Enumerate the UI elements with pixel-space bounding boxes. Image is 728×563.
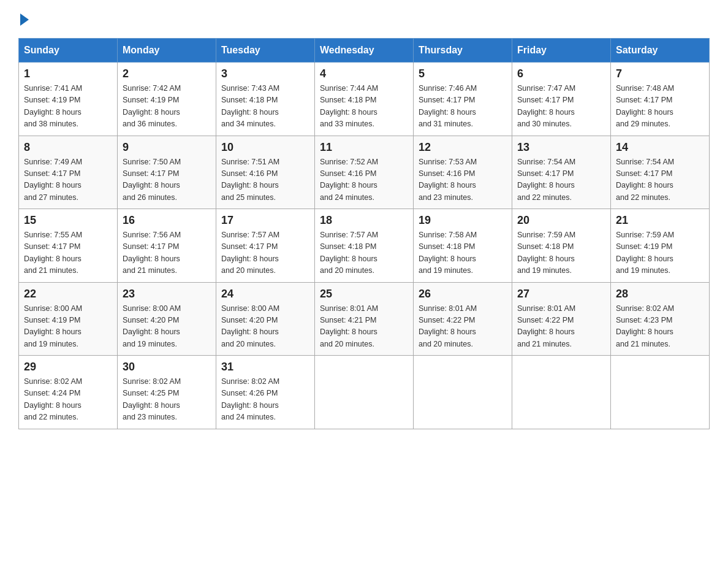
- day-number: 2: [123, 67, 211, 80]
- calendar-cell: 24 Sunrise: 8:00 AMSunset: 4:20 PMDaylig…: [216, 282, 315, 356]
- day-number: 16: [123, 214, 211, 227]
- calendar-cell: 16 Sunrise: 7:56 AMSunset: 4:17 PMDaylig…: [118, 209, 216, 283]
- calendar-cell: 23 Sunrise: 8:00 AMSunset: 4:20 PMDaylig…: [118, 282, 216, 356]
- day-info: Sunrise: 7:49 AMSunset: 4:17 PMDaylight:…: [24, 158, 82, 202]
- day-number: 24: [221, 288, 309, 301]
- day-number: 3: [221, 67, 309, 80]
- page-header: [18, 12, 710, 26]
- day-info: Sunrise: 7:59 AMSunset: 4:19 PMDaylight:…: [616, 231, 674, 275]
- day-number: 15: [24, 214, 112, 227]
- weekday-header-row: SundayMondayTuesdayWednesdayThursdayFrid…: [19, 39, 710, 63]
- day-info: Sunrise: 8:01 AMSunset: 4:22 PMDaylight:…: [419, 304, 477, 348]
- day-info: Sunrise: 7:56 AMSunset: 4:17 PMDaylight:…: [123, 231, 181, 275]
- day-info: Sunrise: 7:44 AMSunset: 4:18 PMDaylight:…: [320, 84, 378, 128]
- day-number: 9: [123, 141, 211, 154]
- day-number: 4: [320, 67, 408, 80]
- calendar-cell: 28 Sunrise: 8:02 AMSunset: 4:23 PMDaylig…: [611, 282, 710, 356]
- day-number: 18: [320, 214, 408, 227]
- day-number: 27: [517, 288, 605, 301]
- day-number: 29: [24, 361, 112, 373]
- calendar-cell: 26 Sunrise: 8:01 AMSunset: 4:22 PMDaylig…: [414, 282, 512, 356]
- day-number: 20: [517, 214, 605, 227]
- calendar-cell: 21 Sunrise: 7:59 AMSunset: 4:19 PMDaylig…: [611, 209, 710, 283]
- calendar-cell: 2 Sunrise: 7:42 AMSunset: 4:19 PMDayligh…: [118, 63, 216, 136]
- day-info: Sunrise: 8:02 AMSunset: 4:25 PMDaylight:…: [123, 377, 181, 421]
- day-number: 11: [320, 141, 408, 154]
- calendar-cell: 25 Sunrise: 8:01 AMSunset: 4:21 PMDaylig…: [315, 282, 414, 356]
- calendar-week-row: 8 Sunrise: 7:49 AMSunset: 4:17 PMDayligh…: [19, 136, 710, 209]
- day-number: 21: [616, 214, 704, 227]
- weekday-header-tuesday: Tuesday: [216, 39, 315, 63]
- calendar-cell: 22 Sunrise: 8:00 AMSunset: 4:19 PMDaylig…: [19, 282, 118, 356]
- weekday-header-wednesday: Wednesday: [315, 39, 414, 63]
- day-info: Sunrise: 8:02 AMSunset: 4:26 PMDaylight:…: [221, 377, 279, 421]
- day-number: 28: [616, 288, 704, 301]
- day-info: Sunrise: 7:43 AMSunset: 4:18 PMDaylight:…: [221, 84, 279, 128]
- calendar-cell: 17 Sunrise: 7:57 AMSunset: 4:17 PMDaylig…: [216, 209, 315, 283]
- day-number: 8: [24, 141, 112, 154]
- day-info: Sunrise: 8:02 AMSunset: 4:24 PMDaylight:…: [24, 377, 82, 421]
- calendar-week-row: 29 Sunrise: 8:02 AMSunset: 4:24 PMDaylig…: [19, 356, 710, 429]
- day-number: 23: [123, 288, 211, 301]
- day-number: 25: [320, 288, 408, 301]
- calendar-table: SundayMondayTuesdayWednesdayThursdayFrid…: [18, 38, 710, 429]
- day-info: Sunrise: 7:53 AMSunset: 4:16 PMDaylight:…: [419, 158, 477, 202]
- day-number: 7: [616, 67, 704, 80]
- calendar-cell: 29 Sunrise: 8:02 AMSunset: 4:24 PMDaylig…: [19, 356, 118, 429]
- calendar-cell: 18 Sunrise: 7:57 AMSunset: 4:18 PMDaylig…: [315, 209, 414, 283]
- calendar-cell: 12 Sunrise: 7:53 AMSunset: 4:16 PMDaylig…: [414, 136, 512, 209]
- day-number: 5: [419, 67, 507, 80]
- calendar-cell: 30 Sunrise: 8:02 AMSunset: 4:25 PMDaylig…: [118, 356, 216, 429]
- day-number: 19: [419, 214, 507, 227]
- day-info: Sunrise: 7:46 AMSunset: 4:17 PMDaylight:…: [419, 84, 477, 128]
- day-number: 14: [616, 141, 704, 154]
- calendar-cell: [512, 356, 611, 429]
- calendar-cell: [414, 356, 512, 429]
- day-info: Sunrise: 8:02 AMSunset: 4:23 PMDaylight:…: [616, 304, 674, 348]
- calendar-cell: 6 Sunrise: 7:47 AMSunset: 4:17 PMDayligh…: [512, 63, 611, 136]
- calendar-week-row: 22 Sunrise: 8:00 AMSunset: 4:19 PMDaylig…: [19, 282, 710, 356]
- day-info: Sunrise: 7:51 AMSunset: 4:16 PMDaylight:…: [221, 158, 279, 202]
- calendar-cell: 4 Sunrise: 7:44 AMSunset: 4:18 PMDayligh…: [315, 63, 414, 136]
- calendar-cell: 8 Sunrise: 7:49 AMSunset: 4:17 PMDayligh…: [19, 136, 118, 209]
- day-number: 22: [24, 288, 112, 301]
- day-info: Sunrise: 7:48 AMSunset: 4:17 PMDaylight:…: [616, 84, 674, 128]
- day-info: Sunrise: 8:00 AMSunset: 4:20 PMDaylight:…: [123, 304, 181, 348]
- day-number: 26: [419, 288, 507, 301]
- day-info: Sunrise: 7:57 AMSunset: 4:18 PMDaylight:…: [320, 231, 378, 275]
- day-info: Sunrise: 7:55 AMSunset: 4:17 PMDaylight:…: [24, 231, 82, 275]
- day-info: Sunrise: 7:57 AMSunset: 4:17 PMDaylight:…: [221, 231, 279, 275]
- calendar-cell: 27 Sunrise: 8:01 AMSunset: 4:22 PMDaylig…: [512, 282, 611, 356]
- calendar-cell: 15 Sunrise: 7:55 AMSunset: 4:17 PMDaylig…: [19, 209, 118, 283]
- day-info: Sunrise: 7:41 AMSunset: 4:19 PMDaylight:…: [24, 84, 82, 128]
- logo-arrow-icon: [20, 13, 29, 26]
- calendar-cell: 11 Sunrise: 7:52 AMSunset: 4:16 PMDaylig…: [315, 136, 414, 209]
- day-info: Sunrise: 7:59 AMSunset: 4:18 PMDaylight:…: [517, 231, 575, 275]
- calendar-cell: 10 Sunrise: 7:51 AMSunset: 4:16 PMDaylig…: [216, 136, 315, 209]
- day-info: Sunrise: 8:01 AMSunset: 4:21 PMDaylight:…: [320, 304, 378, 348]
- calendar-cell: [611, 356, 710, 429]
- weekday-header-thursday: Thursday: [414, 39, 512, 63]
- logo: [18, 12, 29, 26]
- calendar-week-row: 1 Sunrise: 7:41 AMSunset: 4:19 PMDayligh…: [19, 63, 710, 136]
- day-number: 10: [221, 141, 309, 154]
- day-number: 31: [221, 361, 309, 373]
- calendar-cell: 3 Sunrise: 7:43 AMSunset: 4:18 PMDayligh…: [216, 63, 315, 136]
- weekday-header-friday: Friday: [512, 39, 611, 63]
- calendar-cell: 14 Sunrise: 7:54 AMSunset: 4:17 PMDaylig…: [611, 136, 710, 209]
- day-number: 17: [221, 214, 309, 227]
- day-info: Sunrise: 7:54 AMSunset: 4:17 PMDaylight:…: [616, 158, 674, 202]
- day-info: Sunrise: 7:47 AMSunset: 4:17 PMDaylight:…: [517, 84, 575, 128]
- weekday-header-monday: Monday: [118, 39, 216, 63]
- calendar-cell: 7 Sunrise: 7:48 AMSunset: 4:17 PMDayligh…: [611, 63, 710, 136]
- weekday-header-sunday: Sunday: [19, 39, 118, 63]
- calendar-cell: 5 Sunrise: 7:46 AMSunset: 4:17 PMDayligh…: [414, 63, 512, 136]
- calendar-cell: 20 Sunrise: 7:59 AMSunset: 4:18 PMDaylig…: [512, 209, 611, 283]
- day-info: Sunrise: 7:50 AMSunset: 4:17 PMDaylight:…: [123, 158, 181, 202]
- day-info: Sunrise: 8:01 AMSunset: 4:22 PMDaylight:…: [517, 304, 575, 348]
- day-info: Sunrise: 7:54 AMSunset: 4:17 PMDaylight:…: [517, 158, 575, 202]
- day-number: 12: [419, 141, 507, 154]
- calendar-cell: 19 Sunrise: 7:58 AMSunset: 4:18 PMDaylig…: [414, 209, 512, 283]
- calendar-cell: 1 Sunrise: 7:41 AMSunset: 4:19 PMDayligh…: [19, 63, 118, 136]
- calendar-cell: 13 Sunrise: 7:54 AMSunset: 4:17 PMDaylig…: [512, 136, 611, 209]
